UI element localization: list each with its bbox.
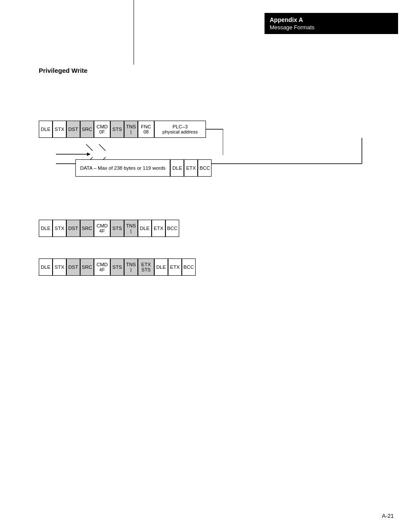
diagram2-row: DLE STX DST SRC CMD4F STS TNS| DLE ETX B… — [39, 220, 179, 237]
d3-bcc: BCC — [182, 258, 196, 276]
d2-tns: TNS| — [124, 220, 138, 237]
d2-sts: STS — [110, 220, 124, 237]
d1-r1-tns: TNS| — [124, 121, 138, 138]
d1-r1-sts: STS — [110, 121, 124, 138]
d2-bcc: BCC — [165, 220, 179, 237]
diagram3: DLE STX DST SRC CMD4F STS TNS| ETXSTS DL… — [39, 258, 196, 276]
page-number: A-21 — [382, 513, 394, 519]
diagram1: DLE STX DST SRC CMD0F STS TNS| FNC08 PLC… — [39, 121, 362, 177]
appendix-subtitle: Message Formats — [270, 24, 393, 31]
d2-stx: STX — [53, 220, 66, 237]
d2-dle2: DLE — [138, 220, 152, 237]
d1-r1-dle: DLE — [39, 121, 53, 138]
appendix-title: Appendix A — [270, 16, 393, 23]
d3-dle: DLE — [39, 258, 53, 276]
d1-r2-data: DATA – Max of 238 bytes or 119 words — [75, 159, 170, 177]
diagram3-row: DLE STX DST SRC CMD4F STS TNS| ETXSTS DL… — [39, 258, 196, 276]
d1-r1-dst: DST — [66, 121, 80, 138]
d3-src: SRC — [80, 258, 94, 276]
d1-r2-dle: DLE — [170, 159, 184, 177]
d3-etx: ETX — [168, 258, 182, 276]
d3-cmd: CMD4F — [94, 258, 110, 276]
d1-r2-etx: ETX — [184, 159, 198, 177]
d1-r2-bcc: BCC — [198, 159, 212, 177]
d1-connector-right — [206, 121, 223, 138]
d3-tns: TNS| — [124, 258, 138, 276]
svg-line-5 — [99, 144, 106, 151]
d3-stx: STX — [53, 258, 66, 276]
d1-r1-plc: PLC–3physical address — [154, 121, 206, 138]
d1-r1-stx: STX — [53, 121, 66, 138]
d2-etx: ETX — [152, 220, 165, 237]
diagram1-row2: DATA – Max of 238 bytes or 119 words DLE… — [75, 159, 362, 177]
section-title: Privileged Write — [39, 67, 87, 74]
diagram2: DLE STX DST SRC CMD4F STS TNS| DLE ETX B… — [39, 220, 179, 237]
d3-sts: STS — [110, 258, 124, 276]
svg-marker-9 — [87, 152, 90, 156]
svg-line-4 — [86, 144, 93, 151]
d1-r1-src: SRC — [80, 121, 94, 138]
d1-r1-fnc: FNC08 — [138, 121, 154, 138]
d3-dle2: DLE — [154, 258, 168, 276]
d2-cmd: CMD4F — [94, 220, 110, 237]
d3-dst: DST — [66, 258, 80, 276]
d2-src: SRC — [80, 220, 94, 237]
diagram1-row1: DLE STX DST SRC CMD0F STS TNS| FNC08 PLC… — [39, 121, 362, 138]
header-bar: Appendix A Message Formats — [265, 13, 398, 34]
left-border-line — [134, 0, 134, 65]
d2-dst: DST — [66, 220, 80, 237]
d2-dle: DLE — [39, 220, 53, 237]
d3-etxsts: ETXSTS — [138, 258, 154, 276]
d1-r1-cmd: CMD0F — [94, 121, 110, 138]
